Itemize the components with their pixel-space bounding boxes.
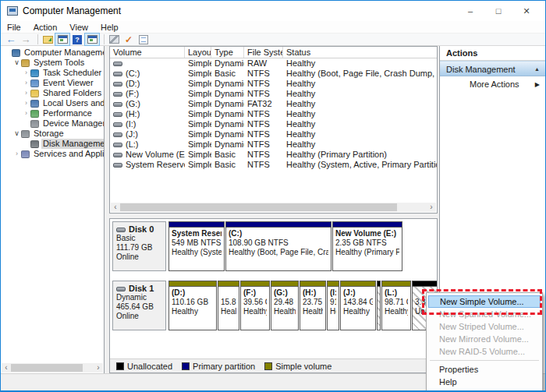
- legend-swatch: [264, 362, 272, 370]
- app-icon: [7, 6, 18, 16]
- partition--f-[interactable]: (F:)39.56 GBHealthy: [240, 281, 270, 330]
- scroll-right-icon[interactable]: ›: [427, 203, 436, 212]
- tree-item-task-scheduler[interactable]: ›Task Scheduler: [1, 68, 104, 78]
- menu-action[interactable]: Action: [27, 21, 64, 34]
- partition--j-[interactable]: (J:)143.84 GBHealthy: [340, 281, 376, 330]
- tree-item-computer-management-local[interactable]: Computer Management (Local): [1, 48, 104, 58]
- table-row[interactable]: (F:)SimpleDynamicNTFSHealthy: [110, 89, 437, 99]
- legend-label: Unallocated: [127, 362, 172, 371]
- more-actions-item[interactable]: More Actions ▶: [440, 76, 546, 92]
- disk-label-0[interactable]: Disk 0Basic111.79 GBOnline: [112, 221, 166, 271]
- partition-status: Healthy: [303, 307, 323, 316]
- tree-item-shared-folders[interactable]: ›Shared Folders: [1, 88, 104, 98]
- menu-item-properties[interactable]: Properties: [428, 363, 541, 376]
- collapsed-chevron-icon[interactable]: ›: [23, 108, 30, 118]
- volume-name-cell: (G:): [110, 99, 185, 109]
- table-row[interactable]: (G:)SimpleDynamicFAT32Healthy: [110, 99, 437, 109]
- tree-item-local-users-and-groups[interactable]: ›Local Users and Groups: [1, 98, 104, 108]
- close-button[interactable]: ✕: [512, 1, 541, 21]
- partition-15.87-gb[interactable]: 15.87 GBHealthy: [218, 281, 239, 330]
- column-header-file-system[interactable]: File System: [244, 47, 283, 58]
- collapsed-chevron-icon[interactable]: ›: [23, 88, 30, 98]
- storage-icon: [21, 130, 30, 138]
- collapse-icon[interactable]: ▲: [534, 62, 540, 77]
- partition--d-[interactable]: (D:)110.16 GBHealthy: [168, 281, 217, 330]
- properties-panel-icon[interactable]: [136, 34, 151, 45]
- check-icon[interactable]: ✓: [122, 34, 136, 45]
- collapsed-chevron-icon[interactable]: ›: [13, 149, 20, 159]
- console-window-icon[interactable]: [55, 34, 69, 45]
- table-row[interactable]: SimpleDynamicRAWHealthy: [110, 58, 437, 69]
- partition--h-[interactable]: (H:)23.75 GBHealthy: [300, 281, 326, 330]
- volume-list-hscrollbar[interactable]: ‹ ›: [111, 203, 436, 212]
- tool-icon[interactable]: [107, 34, 121, 45]
- tree-item-disk-management[interactable]: Disk Management: [1, 139, 104, 149]
- back-icon[interactable]: ←: [4, 34, 18, 45]
- minimize-button[interactable]: –: [456, 1, 484, 21]
- table-row[interactable]: System Reserved (K:)SimpleBasicNTFSHealt…: [110, 160, 437, 170]
- services-icon: [21, 150, 30, 158]
- help-icon[interactable]: ?: [70, 34, 84, 45]
- column-header-type[interactable]: Type: [211, 47, 244, 58]
- table-row[interactable]: New Volume (E:)SimpleBasicNTFSHealthy (P…: [110, 150, 437, 160]
- cell: Dynamic: [211, 119, 244, 129]
- column-header-layout[interactable]: Layout: [185, 47, 211, 58]
- volume-label: (G:): [126, 99, 140, 108]
- partition--l-[interactable]: (L:)98.71 GBHealthy: [381, 281, 411, 330]
- tree-item-label: Storage: [32, 129, 66, 139]
- menu-help[interactable]: Help: [94, 21, 125, 34]
- partition-system-reserved[interactable]: System Reserved549 MB NTFSHealthy (Syste…: [168, 221, 225, 271]
- scroll-right-icon[interactable]: ›: [94, 363, 103, 373]
- partition--g-[interactable]: (G:)29.48 GBHealthy: [271, 281, 299, 330]
- forward-icon[interactable]: →: [19, 34, 33, 45]
- show-console-tree-icon[interactable]: [41, 34, 55, 45]
- collapsed-chevron-icon[interactable]: ›: [23, 78, 30, 88]
- partition-unallocated[interactable]: [377, 281, 381, 330]
- partition-status: Healthy: [243, 307, 267, 316]
- column-header-status[interactable]: Status: [283, 47, 438, 58]
- legend-item-primary-partition: Primary partition: [182, 362, 255, 371]
- cell: Healthy: [283, 139, 438, 150]
- table-row[interactable]: (J:)SimpleDynamicNTFSHealthy: [110, 129, 437, 139]
- tree-item-system-tools[interactable]: ∨System Tools: [1, 58, 104, 68]
- scroll-left-icon[interactable]: ‹: [111, 203, 120, 212]
- menu-item-help[interactable]: Help: [428, 376, 541, 388]
- actions-group-disk-management[interactable]: Disk Management ▲: [440, 61, 546, 76]
- menu-separator: [430, 360, 539, 361]
- collapsed-chevron-icon[interactable]: ›: [23, 98, 30, 108]
- console-window-icon-2[interactable]: [85, 34, 99, 45]
- partition-new-volume-e-[interactable]: New Volume (E:)2.35 GB NTFSHealthy (Prim…: [332, 221, 402, 271]
- expanded-chevron-icon[interactable]: ∨: [13, 129, 20, 139]
- partition--i-[interactable]: (I:)918Healthy: [327, 281, 339, 330]
- table-row[interactable]: (L:)SimpleDynamicNTFSHealthy: [110, 139, 437, 150]
- volume-icon: [113, 132, 122, 137]
- tree-item-performance[interactable]: ›Performance: [1, 108, 104, 118]
- tree-hscrollbar[interactable]: ‹›: [2, 363, 103, 373]
- expanded-chevron-icon[interactable]: ∨: [13, 58, 20, 68]
- table-row[interactable]: (H:)SimpleDynamicNTFSHealthy: [110, 109, 437, 119]
- actions-group-title: Disk Management: [446, 65, 516, 74]
- table-row[interactable]: (D:)SimpleDynamicNTFSHealthy: [110, 79, 437, 89]
- menu-item-new-raid-5-volume: New RAID-5 Volume...: [428, 345, 541, 358]
- table-row[interactable]: (I:)SimpleDynamicNTFSHealthy: [110, 119, 437, 129]
- tree-item-storage[interactable]: ∨Storage: [1, 129, 104, 139]
- maximize-button[interactable]: □: [484, 1, 512, 21]
- cell: NTFS: [244, 119, 283, 129]
- partition--c-[interactable]: (C:)108.90 GB NTFSHealthy (Boot, Page Fi…: [225, 221, 332, 271]
- legend-label: Simple volume: [275, 362, 332, 371]
- tree-item-services-and-applications[interactable]: ›Services and Applications: [1, 149, 104, 159]
- partition-size: 110.16 GB: [172, 298, 214, 307]
- tree-item-event-viewer[interactable]: ›Event Viewer: [1, 78, 104, 88]
- collapsed-chevron-icon[interactable]: ›: [23, 68, 30, 78]
- partition-status: Healthy: [172, 307, 214, 316]
- column-header-volume[interactable]: Volume: [110, 47, 185, 58]
- volume-icon: [113, 92, 122, 97]
- disk-label-1[interactable]: Disk 1Dynamic465.64 GBOnline: [112, 281, 166, 330]
- menu-view[interactable]: View: [63, 21, 94, 34]
- menu-file[interactable]: File: [1, 21, 27, 34]
- table-row[interactable]: (C:)SimpleBasicNTFSHealthy (Boot, Page F…: [110, 69, 437, 79]
- scroll-left-icon[interactable]: ‹: [2, 363, 11, 373]
- scroll-thumb[interactable]: [120, 203, 397, 211]
- scroll-thumb[interactable]: [11, 364, 83, 372]
- tree-item-device-manager[interactable]: Device Manager: [1, 118, 104, 129]
